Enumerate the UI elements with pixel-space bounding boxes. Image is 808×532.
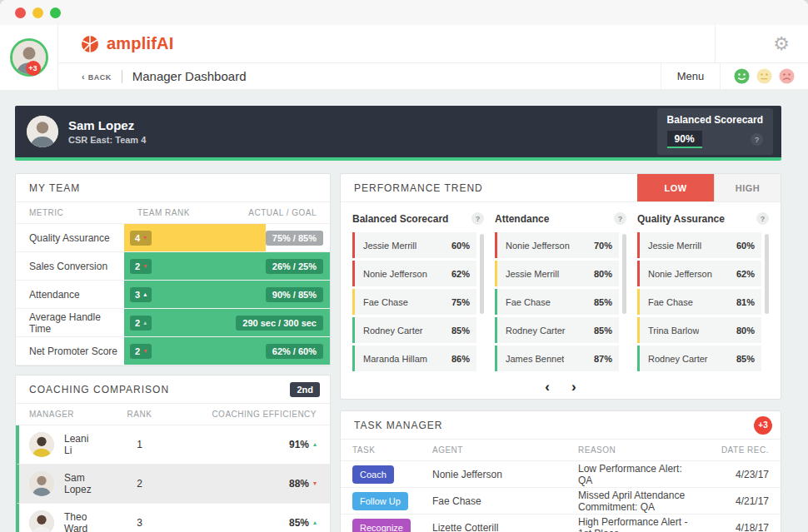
coach-button[interactable]: Coach	[352, 465, 394, 484]
trend-up-icon	[143, 291, 147, 298]
col-task: TASK	[352, 445, 432, 455]
scrollbar[interactable]	[765, 234, 769, 314]
zoom-button[interactable]	[50, 7, 61, 18]
back-button[interactable]: BACK	[82, 72, 112, 82]
task-manager-panel: TASK MANAGER +3 TASK AGENT REASON DATE R…	[340, 410, 781, 532]
trend-item[interactable]: James Bennet87%	[495, 346, 619, 371]
help-icon[interactable]	[751, 133, 763, 146]
app-header: +3 amplifAI ⚙ BACK	[0, 25, 808, 90]
next-page-icon[interactable]: ›	[571, 380, 576, 394]
trend-pagination: ‹ ›	[341, 374, 781, 399]
app-window: +3 amplifAI ⚙ BACK	[0, 0, 808, 532]
manager-name: Leani Li	[64, 433, 92, 456]
trend-down-icon	[143, 235, 147, 241]
col-manager: MANAGER	[29, 410, 92, 419]
col-actual-goal: ACTUAL / GOAL	[225, 208, 317, 217]
manager-row[interactable]: Sam Lopez 2 88%	[16, 465, 330, 504]
metric-row[interactable]: Quality Assurance 4 75% / 85%	[16, 224, 330, 252]
my-team-title: MY TEAM	[29, 182, 80, 194]
efficiency-value: 88%	[289, 478, 309, 490]
metric-row[interactable]: Net Promoter Score 2 62% / 60%	[16, 337, 330, 365]
scrollbar[interactable]	[622, 234, 626, 314]
manager-name: Theo Ward	[64, 511, 92, 532]
task-count-badge: +3	[754, 416, 772, 435]
task-date: 4/18/17	[692, 522, 769, 532]
follow-up-button[interactable]: Follow Up	[352, 492, 408, 510]
sad-face-icon[interactable]	[779, 68, 795, 84]
trend-item[interactable]: Trina Barlow80%	[637, 317, 761, 343]
close-button[interactable]	[15, 7, 26, 18]
coaching-comparison-panel: COACHING COMPARISON 2nd MANAGER RANK COA…	[15, 375, 331, 532]
prev-page-icon[interactable]: ‹	[545, 380, 550, 394]
trend-group-title: Balanced Scorecard	[352, 213, 448, 225]
col-date: DATE REC.	[692, 445, 769, 455]
rank-badge: 4	[130, 231, 152, 246]
trend-item[interactable]: Jessie Merrill80%	[495, 261, 619, 286]
metric-label: Net Promoter Score	[16, 337, 124, 365]
nav-row: BACK Manager Dashboard Menu	[58, 63, 808, 90]
trend-item[interactable]: Fae Chase75%	[352, 289, 476, 315]
help-icon[interactable]	[471, 212, 484, 225]
help-icon[interactable]	[614, 212, 626, 225]
happy-face-icon[interactable]	[734, 68, 750, 84]
trend-item[interactable]: Maranda Hillam86%	[352, 346, 476, 371]
trend-up-icon	[143, 320, 147, 326]
balanced-scorecard-box: Balanced Scorecard 90%	[657, 108, 773, 155]
minimize-button[interactable]	[32, 7, 43, 18]
trend-item[interactable]: Nonie Jefferson62%	[352, 261, 476, 286]
low-high-toggle: LOW HIGH	[637, 174, 781, 201]
my-team-column-headers: METRIC TEAM RANK ACTUAL / GOAL	[16, 202, 330, 224]
user-avatar[interactable]: +3	[10, 38, 48, 77]
rank-badge: 2	[130, 344, 152, 359]
help-icon[interactable]	[756, 212, 769, 225]
neutral-face-icon[interactable]	[756, 68, 772, 84]
user-avatar-area[interactable]: +3	[0, 25, 58, 90]
coaching-title: COACHING COMPARISON	[29, 384, 169, 395]
low-toggle-button[interactable]: LOW	[637, 174, 714, 201]
task-row: Coach Nonie Jefferson Low Performance Al…	[341, 461, 781, 488]
trend-item[interactable]: Jessie Merrill60%	[637, 232, 761, 258]
notification-badge[interactable]: +3	[26, 61, 41, 76]
amplifai-logo[interactable]: amplifAI	[58, 34, 174, 54]
metric-row[interactable]: Sales Conversion 2 26% / 25%	[16, 252, 330, 281]
trend-item[interactable]: Nonie Jefferson62%	[637, 261, 761, 286]
task-row: Follow Up Fae Chase Missed April Attenda…	[341, 488, 781, 515]
trend-item[interactable]: Fae Chase81%	[637, 289, 761, 315]
actual-goal-pill: 90% / 85%	[266, 287, 323, 302]
employee-banner: Sam Lopez CSR East: Team 4 Balanced Scor…	[15, 106, 781, 161]
manager-avatar	[29, 432, 54, 457]
recognize-button[interactable]: Recognize	[352, 519, 411, 532]
trend-item[interactable]: Nonie Jefferson70%	[495, 232, 619, 258]
trend-item[interactable]: Rodney Carter85%	[495, 317, 619, 343]
trend-item[interactable]: Jessie Merrill60%	[352, 232, 476, 258]
trend-down-icon	[143, 348, 147, 355]
logo-row: amplifAI ⚙	[58, 25, 808, 63]
window-titlebar	[0, 0, 808, 25]
trend-down-icon	[143, 263, 147, 270]
trend-item[interactable]: Rodney Carter85%	[637, 346, 761, 371]
position-badge: 2nd	[290, 382, 320, 397]
brand-icon	[80, 34, 100, 54]
metric-row[interactable]: Average Handle Time 2 290 sec / 300 sec	[16, 309, 330, 337]
trend-item[interactable]: Fae Chase85%	[495, 289, 619, 315]
col-efficiency: COACHING EFFICIENCY	[187, 410, 317, 419]
metric-label: Sales Conversion	[16, 252, 124, 280]
efficiency-value: 85%	[289, 517, 309, 529]
menu-button[interactable]: Menu	[661, 63, 721, 89]
task-reason: Low Performance Alert: QA	[578, 463, 692, 486]
trend-group: Attendance Nonie Jefferson70% Jessie Mer…	[495, 212, 626, 374]
task-manager-title: TASK MANAGER	[354, 420, 442, 431]
manager-row[interactable]: Theo Ward 3 85%	[16, 504, 330, 532]
trend-item[interactable]: Rodney Carter85%	[352, 317, 476, 343]
manager-row[interactable]: Leani Li 1 91%	[16, 425, 330, 465]
high-toggle-button[interactable]: HIGH	[714, 174, 781, 201]
rank-badge: 3	[130, 287, 152, 302]
gear-icon[interactable]: ⚙	[773, 35, 790, 53]
metric-label: Quality Assurance	[16, 224, 124, 251]
task-agent: Lizette Cotterill	[432, 522, 578, 532]
sentiment-icons	[721, 63, 808, 89]
efficiency-value: 91%	[289, 439, 309, 450]
logo-text: amplifAI	[107, 34, 174, 53]
scrollbar[interactable]	[480, 234, 484, 314]
metric-row[interactable]: Attendance 3 90% / 85%	[16, 281, 330, 309]
